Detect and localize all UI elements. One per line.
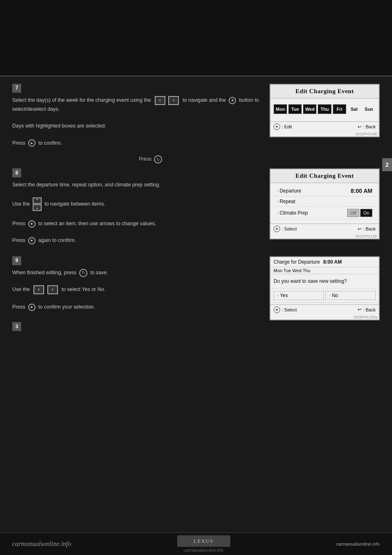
- step-badge-8: 8: [12, 168, 21, 177]
- screen-select-label-2: : Select: [274, 226, 297, 232]
- bottom-black-area: [0, 338, 392, 481]
- day-mon[interactable]: Mon: [274, 104, 287, 114]
- confirm-options-row: · Yes · No: [270, 289, 379, 303]
- up-down-arrows-icon: ⌃ ⌄: [33, 197, 42, 211]
- confirm-charge-text: Charge for Departure: [274, 259, 320, 265]
- enter-note: Press ↻: [0, 154, 392, 163]
- back-arrow-text-3: ↩: [358, 307, 361, 312]
- screen-edit-label: : Edit: [274, 123, 292, 130]
- screen-body-2: · Departure 8:00 AM · Repeat · Climate P…: [270, 183, 379, 222]
- screen-back-text-3: : Back: [363, 307, 376, 312]
- screen-body-1: Mon Tue Wed Thu Fri Sat Sun: [270, 98, 379, 120]
- confirm-days-row: Mon Tue Wed Thu: [270, 267, 379, 274]
- section-8-instructions: 8 Select the departure time, repeat opti…: [12, 168, 261, 247]
- day-sun[interactable]: Sun: [362, 104, 376, 114]
- screen-title-1: Edit Charging Event: [270, 85, 379, 98]
- right-arrow-icon[interactable]: ›: [168, 96, 179, 105]
- day-thu[interactable]: Thu: [318, 104, 331, 114]
- back-arrow-text-2: ↩: [358, 226, 361, 232]
- image-id-2: IO22PH111E: [270, 234, 379, 239]
- lexus-logo: LEXUS: [194, 538, 214, 544]
- section-7: 7 Select the day(s) of the week for the …: [0, 76, 392, 154]
- enter-button-icon[interactable]: [229, 97, 236, 104]
- edit-charging-screen-1: Edit Charging Event Mon Tue Wed Thu Fri …: [270, 84, 380, 137]
- arrow-up-icon[interactable]: ⌃: [33, 197, 42, 204]
- climate-toggle-group: Off On: [347, 209, 372, 217]
- confirm-save-screen: Charge for Departure 8:00 AM Mon Tue Wed…: [270, 256, 380, 320]
- screen-select-text-3: : Select: [282, 307, 297, 312]
- confirm-no-option[interactable]: · No: [325, 291, 376, 300]
- section-8: 8 Select the departure time, repeat opti…: [0, 163, 392, 251]
- image-id-1: IO22PH110E: [270, 132, 379, 137]
- enter-final-icon[interactable]: [28, 304, 36, 311]
- day-selector-row: Mon Tue Wed Thu Fri Sat Sun: [274, 104, 376, 114]
- screen-bottom-3: : Select ↩ : Back: [270, 304, 379, 315]
- screen-select-label-3: : Select: [274, 307, 297, 313]
- watermark-url: carmanualsonline.info: [184, 548, 223, 553]
- screen-back-text: : Back: [363, 124, 376, 129]
- right-arrow-2-icon[interactable]: ›: [47, 285, 58, 294]
- footer-right-logo: carmanualsonline.info: [336, 542, 380, 546]
- screen-circle-select-icon-2: [274, 226, 280, 232]
- step-badge-9: 9: [12, 256, 21, 265]
- enter-select-icon[interactable]: [28, 220, 36, 228]
- screen-mockup-3: Charge for Departure 8:00 AM Mon Tue Wed…: [270, 256, 380, 334]
- day-wed[interactable]: Wed: [303, 104, 316, 114]
- climate-label: · Climate Prep: [277, 210, 308, 216]
- confirm-yes-option[interactable]: · Yes: [274, 291, 324, 300]
- top-black-area: [0, 0, 392, 76]
- page-number-tab: 2: [382, 158, 392, 171]
- screen-title-2: Edit Charging Event: [270, 169, 379, 183]
- screen-mockup-1: Edit Charging Event Mon Tue Wed Thu Fri …: [270, 84, 380, 150]
- screen-back-text-2: : Back: [363, 226, 376, 231]
- enter-confirm-icon[interactable]: [28, 139, 36, 147]
- enter-circle-icon[interactable]: ↻: [154, 155, 162, 163]
- day-sat[interactable]: Sat: [347, 104, 361, 114]
- section-7-instructions: 7 Select the day(s) of the week for the …: [12, 84, 261, 150]
- screen-bottom-1: : Edit ↩ : Back: [270, 121, 379, 132]
- section-9: 9 When finished editing, press ↻ to save…: [0, 251, 392, 338]
- climate-on-btn[interactable]: On: [360, 209, 372, 217]
- left-arrow-2-icon[interactable]: ‹: [33, 285, 44, 294]
- departure-row: · Departure 8:00 AM: [274, 186, 376, 197]
- enter-confirm2-icon[interactable]: [28, 237, 36, 244]
- left-arrow-icon[interactable]: ‹: [155, 96, 165, 105]
- screen-bottom-2: : Select ↩ : Back: [270, 224, 379, 234]
- climate-row: · Climate Prep Off On: [274, 207, 376, 219]
- page-footer: carmanualsonline.info LEXUS carmanualson…: [0, 533, 392, 555]
- confirm-question: Do you want to save new setting?: [270, 274, 379, 289]
- section-9-instructions: 9 When finished editing, press ↻ to save…: [12, 256, 261, 334]
- day-fri[interactable]: Fri: [333, 104, 346, 114]
- repeat-label: · Repeat: [277, 199, 295, 204]
- screen-back-label: ↩ : Back: [358, 124, 376, 130]
- step8-text: Select the departure time, repeat option…: [12, 181, 261, 245]
- screen-circle-select-icon-3: [274, 307, 280, 313]
- departure-value: 8:00 AM: [351, 188, 372, 194]
- sections-wrapper: 2 7 Select the day(s) of the week for th…: [0, 76, 392, 481]
- image-id-3: IO22PH112Ea: [270, 315, 379, 320]
- repeat-row: · Repeat: [274, 197, 376, 207]
- departure-label: · Departure: [277, 188, 301, 194]
- enter-save-icon[interactable]: ↻: [79, 269, 87, 277]
- confirm-header: Charge for Departure 8:00 AM: [270, 257, 379, 267]
- back-arrow-text: ↩: [358, 124, 361, 130]
- screen-circle-edit-icon: [274, 123, 280, 130]
- day-tue[interactable]: Tue: [288, 104, 302, 114]
- center-logo-box: LEXUS: [177, 535, 230, 547]
- screen-back-label-2: ↩ : Back: [358, 226, 376, 232]
- confirm-time-text: 8:00 AM: [323, 259, 342, 265]
- arrow-down-icon[interactable]: ⌄: [33, 204, 42, 211]
- step9-text: When finished editing, press ↻ to save. …: [12, 269, 261, 311]
- screen-mockup-2: Edit Charging Event · Departure 8:00 AM …: [270, 168, 380, 247]
- step7-text: Select the day(s) of the week for the ch…: [12, 96, 261, 147]
- edit-charging-screen-2: Edit Charging Event · Departure 8:00 AM …: [270, 168, 380, 239]
- screen-edit-text: : Edit: [282, 124, 292, 129]
- footer-left-logo: carmanualsonline.info: [12, 540, 71, 548]
- step-badge-7: 7: [12, 84, 21, 93]
- screen-select-text-2: : Select: [282, 226, 297, 231]
- step-badge-3-bottom: 3: [12, 322, 21, 331]
- climate-off-btn[interactable]: Off: [347, 209, 359, 217]
- screen-back-label-3: ↩ : Back: [358, 307, 376, 312]
- center-logo-area: LEXUS carmanualsonline.info: [177, 535, 230, 553]
